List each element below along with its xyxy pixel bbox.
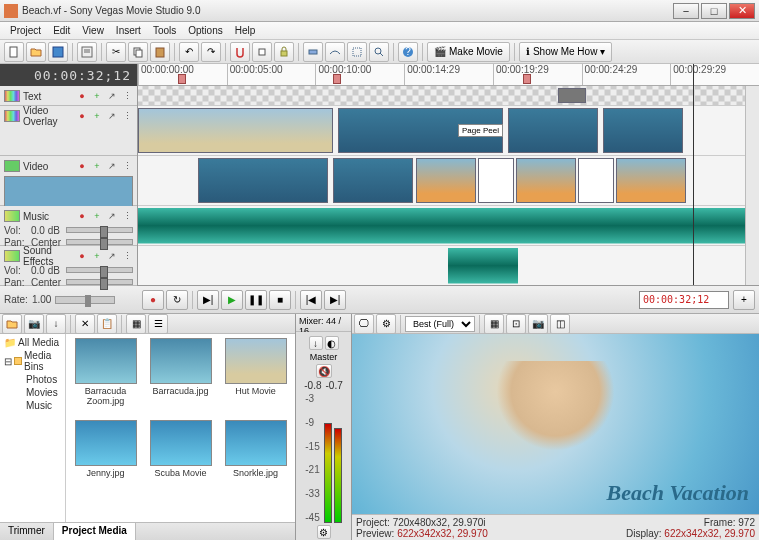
remove-button[interactable]: ✕ bbox=[75, 314, 95, 334]
track-header-overlay[interactable]: Video Overlay ● + ↗ ⋮ bbox=[0, 106, 137, 156]
paste-button[interactable] bbox=[150, 42, 170, 62]
tree-music[interactable]: Music bbox=[2, 399, 63, 412]
undo-button[interactable]: ↶ bbox=[179, 42, 199, 62]
zoom-widget[interactable]: + bbox=[733, 290, 755, 310]
clip-scuba-1[interactable] bbox=[198, 158, 328, 203]
fx-icon[interactable]: ↗ bbox=[106, 210, 118, 222]
track-overlay[interactable]: Page Peel bbox=[138, 106, 759, 156]
tool-normal[interactable] bbox=[303, 42, 323, 62]
more-icon[interactable]: ⋮ bbox=[121, 210, 133, 222]
track-sfx[interactable] bbox=[138, 246, 759, 285]
menu-help[interactable]: Help bbox=[229, 25, 262, 36]
make-movie-button[interactable]: 🎬Make Movie bbox=[427, 42, 510, 62]
snap-button[interactable] bbox=[230, 42, 250, 62]
fx-icon[interactable]: ↗ bbox=[106, 110, 118, 122]
tab-project-media[interactable]: Project Media bbox=[54, 523, 136, 540]
media-item[interactable]: Jenny.jpg bbox=[70, 420, 141, 498]
clip-turtle[interactable] bbox=[508, 108, 598, 153]
menu-tools[interactable]: Tools bbox=[147, 25, 182, 36]
tool-envelope[interactable] bbox=[325, 42, 345, 62]
play-start-button[interactable]: ▶| bbox=[197, 290, 219, 310]
music-clip[interactable] bbox=[138, 208, 759, 243]
media-item[interactable]: Scuba Movie bbox=[145, 420, 216, 498]
preview-props-button[interactable]: ⚙ bbox=[376, 314, 396, 334]
fx-icon[interactable]: ↗ bbox=[106, 160, 118, 172]
overlays-button[interactable]: ▦ bbox=[484, 314, 504, 334]
tool-zoom[interactable] bbox=[369, 42, 389, 62]
clip-coral[interactable] bbox=[603, 108, 683, 153]
menu-edit[interactable]: Edit bbox=[47, 25, 76, 36]
menu-project[interactable]: Project bbox=[4, 25, 47, 36]
mixer-mute[interactable]: 🔇 bbox=[316, 364, 332, 378]
cut-button[interactable]: ✂ bbox=[106, 42, 126, 62]
split-button[interactable]: ◫ bbox=[550, 314, 570, 334]
preview-quality-select[interactable]: Best (Full) bbox=[405, 316, 475, 332]
playhead[interactable] bbox=[693, 64, 694, 285]
redo-button[interactable]: ↷ bbox=[201, 42, 221, 62]
track-music[interactable] bbox=[138, 206, 759, 246]
clip-trans-1[interactable] bbox=[478, 158, 514, 203]
media-item[interactable]: Snorkle.jpg bbox=[220, 420, 291, 498]
volume-slider[interactable] bbox=[66, 267, 133, 273]
tree-media-bins[interactable]: ⊟Media Bins bbox=[2, 349, 63, 373]
media-tree[interactable]: 📁All Media ⊟Media Bins Photos Movies Mus… bbox=[0, 334, 66, 522]
marker-2[interactable] bbox=[333, 74, 341, 84]
pan-slider[interactable] bbox=[66, 279, 133, 285]
menu-options[interactable]: Options bbox=[182, 25, 228, 36]
maximize-button[interactable]: □ bbox=[701, 3, 727, 19]
track-header-sfx[interactable]: Sound Effects ● + ↗ ⋮ Vol:0.0 dB Pan:Cen… bbox=[0, 246, 137, 286]
plus-icon[interactable]: + bbox=[91, 250, 103, 262]
rate-slider[interactable] bbox=[55, 296, 115, 304]
plus-icon[interactable]: + bbox=[91, 160, 103, 172]
pause-button[interactable]: ❚❚ bbox=[245, 290, 267, 310]
record-button[interactable]: ● bbox=[142, 290, 164, 310]
timeline-scrollbar-v[interactable] bbox=[745, 86, 759, 285]
pan-slider[interactable] bbox=[66, 239, 133, 245]
tool-select[interactable] bbox=[347, 42, 367, 62]
ext-monitor-button[interactable]: 🖵 bbox=[354, 314, 374, 334]
open-button[interactable] bbox=[26, 42, 46, 62]
volume-slider[interactable] bbox=[66, 227, 133, 233]
copy-button[interactable] bbox=[128, 42, 148, 62]
record-icon[interactable]: ● bbox=[76, 110, 88, 122]
properties-button[interactable] bbox=[77, 42, 97, 62]
views-button[interactable]: ▦ bbox=[126, 314, 146, 334]
clip-jenny-1[interactable] bbox=[416, 158, 476, 203]
mixer-settings[interactable]: ⚙ bbox=[317, 525, 331, 539]
menu-view[interactable]: View bbox=[76, 25, 110, 36]
plus-icon[interactable]: + bbox=[91, 90, 103, 102]
record-icon[interactable]: ● bbox=[76, 250, 88, 262]
marker-button[interactable] bbox=[252, 42, 272, 62]
marker-1[interactable] bbox=[178, 74, 186, 84]
new-button[interactable] bbox=[4, 42, 24, 62]
clip-trans-2[interactable] bbox=[578, 158, 614, 203]
minimize-button[interactable]: − bbox=[673, 3, 699, 19]
properties-button[interactable]: 📋 bbox=[97, 314, 117, 334]
close-button[interactable]: ✕ bbox=[729, 3, 755, 19]
go-start-button[interactable]: |◀ bbox=[300, 290, 322, 310]
stop-button[interactable]: ■ bbox=[269, 290, 291, 310]
track-header-text[interactable]: Text ● + ↗ ⋮ bbox=[0, 86, 137, 106]
clip-jenny-3[interactable] bbox=[616, 158, 686, 203]
tab-trimmer[interactable]: Trimmer bbox=[0, 523, 54, 540]
lock-button[interactable] bbox=[274, 42, 294, 62]
more-icon[interactable]: ⋮ bbox=[121, 250, 133, 262]
help-button[interactable]: ? bbox=[398, 42, 418, 62]
timeline-tracks[interactable]: 00:00:00:00 00:00:05:00 00:00:10:00 00:0… bbox=[138, 64, 759, 285]
media-item[interactable]: Hut Movie bbox=[220, 338, 291, 416]
mixer-btn-1[interactable]: ↓ bbox=[309, 336, 323, 350]
tree-movies[interactable]: Movies bbox=[2, 386, 63, 399]
position-field[interactable]: 00:00:32;12 bbox=[639, 291, 729, 309]
track-header-video[interactable]: Video ● + ↗ ⋮ bbox=[0, 156, 137, 206]
more-icon[interactable]: ⋮ bbox=[121, 160, 133, 172]
time-ruler[interactable]: 00:00:00:00 00:00:05:00 00:00:10:00 00:0… bbox=[138, 64, 759, 86]
go-end-button[interactable]: ▶| bbox=[324, 290, 346, 310]
text-clip[interactable] bbox=[558, 88, 586, 103]
more-icon[interactable]: ⋮ bbox=[121, 110, 133, 122]
loop-button[interactable]: ↻ bbox=[166, 290, 188, 310]
views2-button[interactable]: ☰ bbox=[148, 314, 168, 334]
capture-button[interactable]: 📷 bbox=[24, 314, 44, 334]
media-item[interactable]: Barracuda Zoom.jpg bbox=[70, 338, 141, 416]
marker-3[interactable] bbox=[523, 74, 531, 84]
record-icon[interactable]: ● bbox=[76, 210, 88, 222]
